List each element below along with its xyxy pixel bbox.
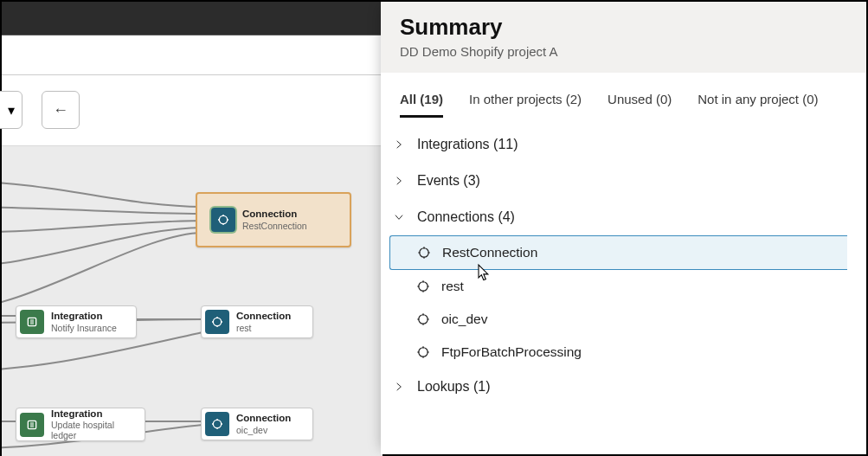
tab-in-other-projects[interactable]: In other projects (2): [469, 92, 582, 118]
summary-panel: Summary DD Demo Shopify project A All (1…: [381, 2, 866, 454]
item-restconnection[interactable]: RestConnection: [389, 235, 847, 270]
node-title: Integration: [51, 311, 117, 322]
chevron-down-icon: ▾: [8, 102, 15, 119]
connection-icon: [415, 311, 431, 327]
section-list: Integrations (11) Events (3) Connections…: [381, 118, 866, 414]
dropdown-button[interactable]: ▾: [0, 91, 23, 129]
arrow-left-icon: ←: [53, 101, 68, 119]
section-label: Integrations (11): [417, 137, 518, 152]
connection-icon: [205, 310, 229, 334]
node-sub: Update hospital ledger: [51, 420, 136, 440]
item-label: FtpForBatchProcessing: [441, 344, 582, 360]
section-label: Lookups (1): [417, 379, 491, 395]
item-oic-dev[interactable]: oic_dev: [395, 303, 847, 336]
svg-point-0: [219, 215, 227, 223]
node-connection-oic-dev[interactable]: Connection oic_dev: [201, 408, 313, 440]
svg-point-4: [213, 420, 221, 427]
connection-icon: [416, 245, 432, 260]
panel-subtitle: DD Demo Shopify project A: [400, 44, 847, 59]
svg-point-5: [420, 248, 429, 258]
node-title: Connection: [242, 209, 307, 220]
toolbar: ▾ ←: [2, 75, 383, 146]
section-lookups[interactable]: Lookups (1): [388, 369, 847, 405]
item-label: oic_dev: [441, 311, 487, 327]
connection-icon: [415, 279, 431, 294]
integration-icon: [20, 413, 44, 437]
node-title: Connection: [236, 413, 291, 424]
node-title: Connection: [236, 311, 291, 322]
node-sub: Notify Insurance: [51, 323, 117, 333]
section-label: Connections (4): [417, 209, 515, 225]
canvas-area: ▾ ←: [2, 2, 383, 454]
svg-point-6: [419, 282, 428, 292]
back-button[interactable]: ←: [42, 91, 80, 129]
tab-all[interactable]: All (19): [400, 92, 443, 118]
connection-icon: [415, 344, 431, 360]
canvas-viewport[interactable]: Connection RestConnection Integration No…: [2, 146, 383, 456]
item-label: rest: [441, 279, 464, 294]
node-integration-update-hospital-ledger[interactable]: Integration Update hospital ledger: [16, 408, 145, 441]
item-label: RestConnection: [442, 245, 537, 260]
section-connections[interactable]: Connections (4): [388, 199, 847, 235]
connection-icon: [211, 208, 235, 232]
svg-point-2: [213, 318, 221, 325]
tab-not-in-any-project[interactable]: Not in any project (0): [698, 92, 818, 118]
app-header-bar: [2, 2, 383, 35]
panel-title: Summary: [400, 14, 847, 41]
node-sub: rest: [236, 323, 291, 333]
svg-point-7: [419, 315, 428, 324]
section-label: Events (3): [417, 173, 480, 189]
connection-icon: [205, 412, 229, 436]
section-events[interactable]: Events (3): [388, 163, 847, 199]
integration-icon: [20, 310, 44, 334]
chevron-right-icon: [391, 138, 407, 151]
section-integrations[interactable]: Integrations (11): [388, 126, 847, 163]
node-title: Integration: [51, 408, 136, 420]
node-connection-restconnection[interactable]: Connection RestConnection: [196, 192, 351, 247]
chevron-down-icon: [391, 211, 407, 223]
node-sub: RestConnection: [242, 221, 307, 231]
svg-point-8: [419, 348, 428, 357]
chevron-right-icon: [391, 175, 407, 187]
node-sub: oic_dev: [236, 425, 291, 435]
item-rest[interactable]: rest: [395, 270, 847, 303]
item-ftpforbatchprocessing[interactable]: FtpForBatchProcessing: [395, 336, 847, 369]
panel-header: Summary DD Demo Shopify project A: [381, 2, 866, 73]
connections-items: RestConnection rest oic_dev FtpForBatchP…: [388, 235, 847, 369]
tabs: All (19) In other projects (2) Unused (0…: [381, 73, 866, 118]
node-connection-rest[interactable]: Connection rest: [201, 305, 313, 338]
node-integration-notify-insurance[interactable]: Integration Notify Insurance: [16, 305, 137, 338]
page-bar: [2, 35, 383, 75]
chevron-right-icon: [391, 381, 407, 393]
tab-unused[interactable]: Unused (0): [608, 92, 672, 118]
